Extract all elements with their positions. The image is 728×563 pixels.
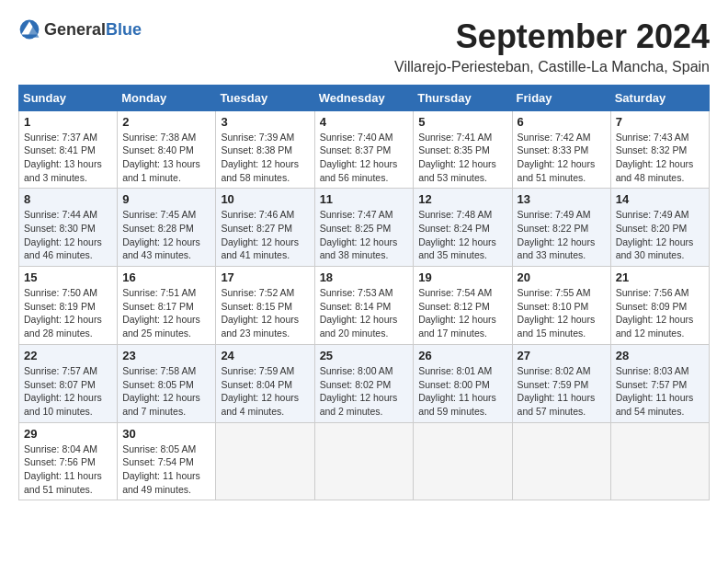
day-info: Sunrise: 7:48 AMSunset: 8:24 PMDaylight:…: [418, 208, 506, 262]
day-number: 4: [320, 115, 409, 129]
header-sunday: Sunday: [19, 85, 118, 110]
day-number: 20: [518, 270, 606, 284]
week-row-5: 29Sunrise: 8:04 AMSunset: 7:56 PMDayligh…: [19, 422, 710, 500]
week-row-3: 15Sunrise: 7:50 AMSunset: 8:19 PMDayligh…: [19, 267, 710, 345]
table-row: 19Sunrise: 7:54 AMSunset: 8:12 PMDayligh…: [414, 267, 512, 345]
header-thursday: Thursday: [414, 85, 512, 110]
table-row: 27Sunrise: 8:02 AMSunset: 7:59 PMDayligh…: [512, 344, 610, 422]
table-row: 25Sunrise: 8:00 AMSunset: 8:02 PMDayligh…: [314, 344, 414, 422]
table-row: 13Sunrise: 7:49 AMSunset: 8:22 PMDayligh…: [512, 189, 610, 267]
day-number: 12: [418, 192, 506, 206]
table-row: 17Sunrise: 7:52 AMSunset: 8:15 PMDayligh…: [216, 267, 314, 345]
header-saturday: Saturday: [610, 85, 709, 110]
day-number: 30: [122, 427, 210, 441]
header-wednesday: Wednesday: [314, 85, 414, 110]
day-number: 7: [616, 115, 704, 129]
day-number: 18: [320, 270, 409, 284]
day-number: 15: [24, 270, 112, 284]
table-row: 5Sunrise: 7:41 AMSunset: 8:35 PMDaylight…: [414, 110, 512, 189]
day-info: Sunrise: 7:47 AMSunset: 8:25 PMDaylight:…: [320, 208, 409, 262]
day-number: 2: [122, 115, 210, 129]
table-row: [610, 422, 709, 500]
table-row: 1Sunrise: 7:37 AMSunset: 8:41 PMDaylight…: [19, 110, 118, 189]
day-info: Sunrise: 7:46 AMSunset: 8:27 PMDaylight:…: [221, 208, 309, 262]
day-info: Sunrise: 7:44 AMSunset: 8:30 PMDaylight:…: [24, 208, 112, 262]
day-number: 3: [221, 115, 309, 129]
table-row: 11Sunrise: 7:47 AMSunset: 8:25 PMDayligh…: [314, 189, 414, 267]
day-number: 25: [320, 349, 409, 362]
month-title: September 2024: [394, 18, 710, 55]
week-row-4: 22Sunrise: 7:57 AMSunset: 8:07 PMDayligh…: [19, 344, 710, 422]
day-number: 9: [122, 192, 210, 206]
logo-icon: [18, 18, 40, 40]
header-monday: Monday: [118, 85, 216, 110]
day-info: Sunrise: 7:41 AMSunset: 8:35 PMDaylight:…: [418, 131, 506, 185]
location-title: Villarejo-Periesteban, Castille-La Manch…: [394, 59, 710, 75]
day-info: Sunrise: 7:49 AMSunset: 8:22 PMDaylight:…: [518, 208, 606, 262]
day-info: Sunrise: 8:03 AMSunset: 7:57 PMDaylight:…: [616, 364, 704, 419]
day-info: Sunrise: 7:56 AMSunset: 8:09 PMDaylight:…: [616, 286, 704, 340]
day-number: 21: [616, 270, 704, 284]
day-number: 19: [418, 270, 506, 284]
day-info: Sunrise: 7:37 AMSunset: 8:41 PMDaylight:…: [24, 131, 112, 185]
table-row: [512, 422, 610, 500]
table-row: [216, 422, 314, 500]
week-row-1: 1Sunrise: 7:37 AMSunset: 8:41 PMDaylight…: [19, 110, 710, 189]
day-number: 16: [122, 270, 210, 284]
day-number: 29: [24, 427, 112, 441]
day-number: 14: [616, 192, 704, 206]
day-number: 6: [518, 115, 606, 129]
day-number: 28: [616, 349, 704, 362]
table-row: 6Sunrise: 7:42 AMSunset: 8:33 PMDaylight…: [512, 110, 610, 189]
day-number: 11: [320, 192, 409, 206]
table-row: [414, 422, 512, 500]
day-number: 22: [24, 349, 112, 362]
table-row: 30Sunrise: 8:05 AMSunset: 7:54 PMDayligh…: [118, 422, 216, 500]
table-row: 22Sunrise: 7:57 AMSunset: 8:07 PMDayligh…: [19, 344, 118, 422]
day-number: 24: [221, 349, 309, 362]
day-info: Sunrise: 7:57 AMSunset: 8:07 PMDaylight:…: [24, 364, 112, 419]
day-number: 10: [221, 192, 309, 206]
header-tuesday: Tuesday: [216, 85, 314, 110]
calendar-header-row: Sunday Monday Tuesday Wednesday Thursday…: [19, 85, 710, 110]
table-row: 12Sunrise: 7:48 AMSunset: 8:24 PMDayligh…: [414, 189, 512, 267]
day-number: 13: [518, 192, 606, 206]
table-row: 29Sunrise: 8:04 AMSunset: 7:56 PMDayligh…: [19, 422, 118, 500]
day-info: Sunrise: 7:53 AMSunset: 8:14 PMDaylight:…: [320, 286, 409, 340]
table-row: 4Sunrise: 7:40 AMSunset: 8:37 PMDaylight…: [314, 110, 414, 189]
table-row: 23Sunrise: 7:58 AMSunset: 8:05 PMDayligh…: [118, 344, 216, 422]
day-info: Sunrise: 7:50 AMSunset: 8:19 PMDaylight:…: [24, 286, 112, 340]
day-info: Sunrise: 7:55 AMSunset: 8:10 PMDaylight:…: [518, 286, 606, 340]
day-info: Sunrise: 7:59 AMSunset: 8:04 PMDaylight:…: [221, 364, 309, 419]
day-info: Sunrise: 7:40 AMSunset: 8:37 PMDaylight:…: [320, 131, 409, 185]
week-row-2: 8Sunrise: 7:44 AMSunset: 8:30 PMDaylight…: [19, 189, 710, 267]
day-number: 5: [418, 115, 506, 129]
table-row: 26Sunrise: 8:01 AMSunset: 8:00 PMDayligh…: [414, 344, 512, 422]
table-row: 21Sunrise: 7:56 AMSunset: 8:09 PMDayligh…: [610, 267, 709, 345]
day-info: Sunrise: 7:43 AMSunset: 8:32 PMDaylight:…: [616, 131, 704, 185]
header-friday: Friday: [512, 85, 610, 110]
day-info: Sunrise: 8:02 AMSunset: 7:59 PMDaylight:…: [518, 364, 606, 419]
day-number: 27: [518, 349, 606, 362]
title-section: September 2024 Villarejo-Periesteban, Ca…: [394, 18, 710, 75]
day-info: Sunrise: 7:52 AMSunset: 8:15 PMDaylight:…: [221, 286, 309, 340]
table-row: 3Sunrise: 7:39 AMSunset: 8:38 PMDaylight…: [216, 110, 314, 189]
table-row: 14Sunrise: 7:49 AMSunset: 8:20 PMDayligh…: [610, 189, 709, 267]
table-row: 28Sunrise: 8:03 AMSunset: 7:57 PMDayligh…: [610, 344, 709, 422]
table-row: 9Sunrise: 7:45 AMSunset: 8:28 PMDaylight…: [118, 189, 216, 267]
table-row: 15Sunrise: 7:50 AMSunset: 8:19 PMDayligh…: [19, 267, 118, 345]
day-info: Sunrise: 7:45 AMSunset: 8:28 PMDaylight:…: [122, 208, 210, 262]
day-info: Sunrise: 7:49 AMSunset: 8:20 PMDaylight:…: [616, 208, 704, 262]
table-row: 20Sunrise: 7:55 AMSunset: 8:10 PMDayligh…: [512, 267, 610, 345]
logo: General Blue: [18, 18, 142, 40]
logo-general-text: General: [44, 21, 106, 38]
day-info: Sunrise: 7:39 AMSunset: 8:38 PMDaylight:…: [221, 131, 309, 185]
table-row: 18Sunrise: 7:53 AMSunset: 8:14 PMDayligh…: [314, 267, 414, 345]
table-row: 8Sunrise: 7:44 AMSunset: 8:30 PMDaylight…: [19, 189, 118, 267]
day-info: Sunrise: 7:51 AMSunset: 8:17 PMDaylight:…: [122, 286, 210, 340]
day-number: 26: [418, 349, 506, 362]
logo-blue-text: Blue: [106, 21, 142, 38]
day-number: 23: [122, 349, 210, 362]
day-number: 17: [221, 270, 309, 284]
table-row: 7Sunrise: 7:43 AMSunset: 8:32 PMDaylight…: [610, 110, 709, 189]
